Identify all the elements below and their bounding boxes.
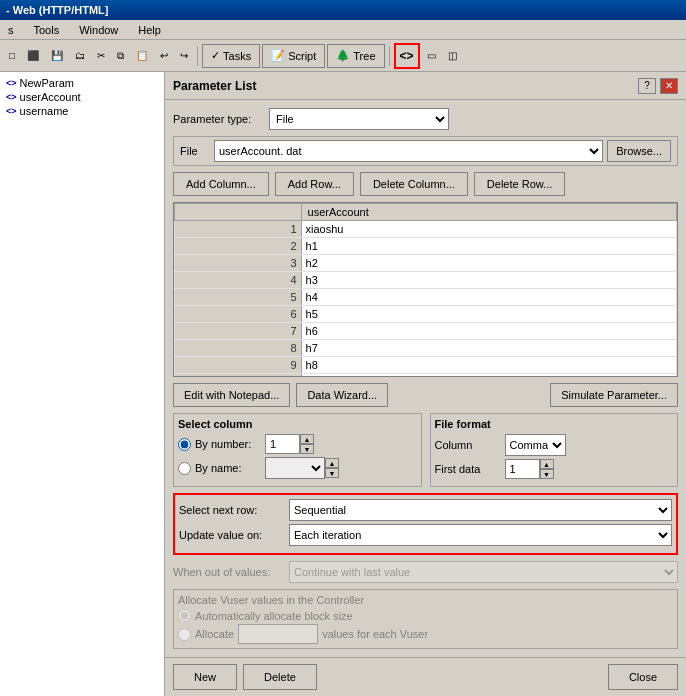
- by-name-select[interactable]: [265, 457, 325, 479]
- auto-allocate-label: Automatically allocate block size: [195, 610, 353, 622]
- row-value-cell: h3: [301, 272, 676, 289]
- manual-allocate-label: Allocate: [195, 628, 234, 640]
- select-next-row-select[interactable]: Sequential Random Unique Same line as: [289, 499, 672, 521]
- select-next-row-row: Select next row: Sequential Random Uniqu…: [179, 499, 672, 521]
- dialog-content: Parameter type: File Random Number Seque…: [165, 100, 686, 657]
- dialog-close-btn[interactable]: ✕: [660, 78, 678, 94]
- code-btn[interactable]: <>: [394, 43, 420, 69]
- column-format-select[interactable]: Comma Tab Space: [505, 434, 566, 456]
- main-layout: <> NewParam <> userAccount <> username P…: [0, 72, 686, 696]
- sidebar-item-useraccount[interactable]: <> userAccount: [4, 90, 160, 104]
- delete-btn[interactable]: Delete: [243, 664, 317, 690]
- by-number-radio[interactable]: [178, 438, 191, 451]
- row-value-cell: h9: [301, 374, 676, 378]
- spinner-down-3[interactable]: ▼: [540, 469, 554, 479]
- table-row[interactable]: 4h3: [175, 272, 677, 289]
- spinner-down-1[interactable]: ▼: [300, 444, 314, 454]
- toolbar-btn-6[interactable]: ⧉: [112, 43, 129, 69]
- title-bar-text: - Web (HTTP/HTML]: [6, 4, 108, 16]
- param-icon-2: <>: [6, 92, 17, 102]
- table-row[interactable]: 9h8: [175, 357, 677, 374]
- file-format-section: File format Column Comma Tab Space First…: [430, 413, 679, 487]
- add-column-btn[interactable]: Add Column...: [173, 172, 269, 196]
- tasks-btn[interactable]: ✓ Tasks: [202, 44, 260, 68]
- by-number-spinner: ▲ ▼: [265, 434, 314, 454]
- sidebar-label-2: userAccount: [20, 91, 81, 103]
- tree-label: Tree: [353, 50, 375, 62]
- table-row[interactable]: 2h1: [175, 238, 677, 255]
- param-icon-1: <>: [6, 78, 17, 88]
- bottom-action-row: Edit with Notepad... Data Wizard... Simu…: [173, 383, 678, 407]
- sidebar-item-username[interactable]: <> username: [4, 104, 160, 118]
- table-row[interactable]: 5h4: [175, 289, 677, 306]
- row-num-cell: 8: [175, 340, 302, 357]
- manual-allocate-radio[interactable]: [178, 628, 191, 641]
- parameter-type-row: Parameter type: File Random Number Seque…: [173, 108, 678, 130]
- allocate-value-input[interactable]: [238, 624, 318, 644]
- first-data-label: First data: [435, 463, 505, 475]
- toolbar-btn-8[interactable]: ↩: [155, 43, 173, 69]
- update-value-on-row: Update value on: Each iteration Each occ…: [179, 524, 672, 546]
- menu-window[interactable]: Window: [75, 23, 122, 37]
- simulate-param-btn[interactable]: Simulate Parameter...: [550, 383, 678, 407]
- tree-btn[interactable]: 🌲 Tree: [327, 44, 384, 68]
- data-wizard-btn[interactable]: Data Wizard...: [296, 383, 388, 407]
- row-value-cell: h7: [301, 340, 676, 357]
- spinner-up-2[interactable]: ▲: [325, 458, 339, 468]
- toolbar-sep-1: [197, 46, 198, 66]
- toolbar-btn-9[interactable]: ↪: [175, 43, 193, 69]
- row-num-cell: 3: [175, 255, 302, 272]
- menu-tools[interactable]: Tools: [30, 23, 64, 37]
- spinner-down-2[interactable]: ▼: [325, 468, 339, 478]
- toolbar-btn-5[interactable]: ✂: [92, 43, 110, 69]
- auto-allocate-radio[interactable]: [178, 609, 191, 622]
- select-next-row-section: Select next row: Sequential Random Uniqu…: [173, 493, 678, 555]
- browse-btn[interactable]: Browse...: [607, 140, 671, 162]
- by-number-input[interactable]: [265, 434, 300, 454]
- edit-notepad-btn[interactable]: Edit with Notepad...: [173, 383, 290, 407]
- dialog-help-btn[interactable]: ?: [638, 78, 656, 94]
- menu-s[interactable]: s: [4, 23, 18, 37]
- row-num-cell: 10: [175, 374, 302, 378]
- toolbar-btn-1[interactable]: □: [4, 43, 20, 69]
- toolbar-btn-3[interactable]: 💾: [46, 43, 68, 69]
- toolbar-btn-7[interactable]: 📋: [131, 43, 153, 69]
- close-btn[interactable]: Close: [608, 664, 678, 690]
- when-out-of-values-select[interactable]: Continue with last value Abort Vuser Cyc…: [289, 561, 678, 583]
- row-num-cell: 4: [175, 272, 302, 289]
- sidebar-item-newparam[interactable]: <> NewParam: [4, 76, 160, 90]
- script-btn[interactable]: 📝 Script: [262, 44, 325, 68]
- tasks-icon: ✓: [211, 49, 220, 62]
- by-name-radio[interactable]: [178, 462, 191, 475]
- menu-help[interactable]: Help: [134, 23, 165, 37]
- table-row[interactable]: 10h9: [175, 374, 677, 378]
- footer-left: New Delete: [173, 664, 317, 690]
- update-value-on-select[interactable]: Each iteration Each occurrence Once: [289, 524, 672, 546]
- column-format-row: Column Comma Tab Space: [435, 434, 674, 456]
- file-select[interactable]: userAccount. dat: [214, 140, 603, 162]
- new-btn[interactable]: New: [173, 664, 237, 690]
- action-row: Add Column... Add Row... Delete Column..…: [173, 172, 678, 196]
- table-row[interactable]: 3h2: [175, 255, 677, 272]
- table-row[interactable]: 7h6: [175, 323, 677, 340]
- delete-row-btn[interactable]: Delete Row...: [474, 172, 565, 196]
- toolbar-btn-2[interactable]: ⬛: [22, 43, 44, 69]
- row-num-cell: 9: [175, 357, 302, 374]
- spinner-up-3[interactable]: ▲: [540, 459, 554, 469]
- table-row[interactable]: 8h7: [175, 340, 677, 357]
- delete-column-btn[interactable]: Delete Column...: [360, 172, 468, 196]
- toolbar-btn-10[interactable]: ▭: [422, 43, 441, 69]
- first-data-row: First data ▲ ▼: [435, 459, 674, 479]
- add-row-btn[interactable]: Add Row...: [275, 172, 354, 196]
- footer: New Delete Close: [165, 657, 686, 696]
- script-icon: 📝: [271, 49, 285, 62]
- row-value-cell: h8: [301, 357, 676, 374]
- dialog-title-bar: Parameter List ? ✕: [165, 72, 686, 100]
- spinner-up-1[interactable]: ▲: [300, 434, 314, 444]
- param-type-select[interactable]: File Random Number Sequential Unique: [269, 108, 449, 130]
- table-row[interactable]: 1xiaoshu: [175, 221, 677, 238]
- toolbar-btn-11[interactable]: ◫: [443, 43, 462, 69]
- table-row[interactable]: 6h5: [175, 306, 677, 323]
- toolbar-btn-4[interactable]: 🗂: [70, 43, 90, 69]
- first-data-input[interactable]: [505, 459, 540, 479]
